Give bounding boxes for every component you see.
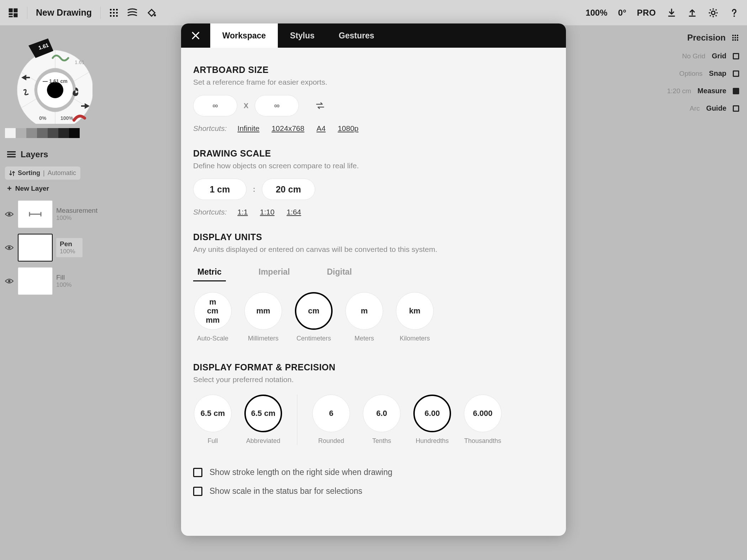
tab-workspace[interactable]: Workspace — [210, 23, 278, 48]
layers-menu-icon[interactable] — [7, 151, 16, 158]
layer-row-fill[interactable]: Fill100% — [5, 264, 101, 298]
layer-row-pen[interactable]: Pen100% — [5, 231, 101, 264]
precision-toggle-box[interactable] — [733, 53, 739, 59]
layer-name: Fill — [56, 274, 71, 281]
artboard-shortcut-1024x768[interactable]: 1024x768 — [271, 124, 304, 133]
artboard-width-input[interactable]: ∞ — [193, 95, 237, 116]
artboard-shortcut-a4[interactable]: A4 — [317, 124, 326, 133]
unit-option-kilometers[interactable]: kmKilometers — [395, 292, 434, 342]
check-scale-status[interactable]: Show scale in the status bar for selecti… — [193, 486, 554, 496]
brush-radial-menu[interactable]: 1.61 1.61 3.85 1.61 cm 0% 100% — [7, 31, 92, 124]
precision-row-snap[interactable]: OptionsSnap — [679, 69, 739, 78]
brush-color-core[interactable] — [37, 72, 73, 108]
artboard-desc: Set a reference frame for easier exports… — [193, 78, 554, 86]
svg-point-25 — [8, 247, 11, 249]
precision-toggle-box[interactable] — [733, 70, 739, 77]
unit-tab-imperial[interactable]: Imperial — [254, 264, 294, 281]
precision-row-guide[interactable]: ArcGuide — [690, 104, 739, 112]
layer-thumb[interactable] — [18, 200, 53, 228]
notation-option-abbreviated[interactable]: 6.5 cmAbbreviated — [244, 395, 283, 445]
svg-point-34 — [735, 39, 736, 41]
units-desc: Any units displayed or entered on canvas… — [193, 245, 554, 254]
precision-title[interactable]: Precision — [687, 33, 726, 43]
brush-opacity-min: 0% — [39, 115, 46, 121]
eye-icon[interactable] — [5, 244, 14, 251]
settings-tabs: Workspace Stylus Gestures — [181, 23, 566, 48]
precision-row-grid[interactable]: No GridGrid — [682, 52, 739, 60]
scale-shortcuts-label: Shortcuts: — [193, 208, 227, 216]
unit-circle: mm — [244, 292, 282, 330]
unit-tab-digital[interactable]: Digital — [323, 264, 356, 281]
precision-row-measure[interactable]: 1:20 cmMeasure — [667, 87, 739, 95]
unit-option-auto-scale[interactable]: mcmmmAuto-Scale — [193, 292, 232, 342]
format-desc: Select your preferred notation. — [193, 375, 554, 384]
swatch-4[interactable] — [48, 128, 58, 138]
color-swatches[interactable] — [5, 128, 80, 138]
unit-tab-metric[interactable]: Metric — [193, 264, 226, 281]
artboard-height-input[interactable]: ∞ — [255, 95, 299, 116]
unit-option-centimeters[interactable]: cmCentimeters — [294, 292, 333, 342]
layer-row-measurement[interactable]: Measurement100% — [5, 197, 101, 231]
unit-caption: Kilometers — [399, 335, 430, 342]
precision-caption: Rounded — [318, 437, 344, 445]
artboard-shortcut-infinite[interactable]: Infinite — [238, 124, 260, 133]
swatch-1[interactable] — [16, 128, 26, 138]
precision-row-label: Snap — [709, 69, 726, 78]
svg-point-28 — [735, 35, 736, 36]
precision-row-muted: No Grid — [682, 52, 705, 60]
scale-left-input[interactable]: 1 cm — [193, 179, 247, 200]
scale-desc: Define how objects on screen compare to … — [193, 162, 554, 170]
drag-grid-icon[interactable] — [731, 34, 739, 42]
svg-rect-23 — [7, 156, 16, 158]
svg-point-31 — [735, 37, 736, 38]
artboard-shortcuts-label: Shortcuts: — [193, 124, 227, 133]
tab-gestures[interactable]: Gestures — [327, 23, 386, 48]
precision-option-thousandths[interactable]: 6.000Thousandths — [463, 395, 502, 445]
precision-row-label: Grid — [712, 52, 726, 60]
precision-caption: Thousandths — [464, 437, 501, 445]
svg-text:1.61: 1.61 — [75, 59, 84, 65]
unit-caption: Meters — [354, 335, 374, 342]
svg-point-35 — [737, 39, 738, 41]
tab-stylus[interactable]: Stylus — [278, 23, 327, 48]
unit-circle: m — [345, 292, 383, 330]
precision-toggle-box[interactable] — [733, 105, 739, 112]
layers-sorting-pill[interactable]: Sorting | Automatic — [5, 167, 80, 180]
new-layer-button[interactable]: + New Layer — [5, 180, 101, 197]
precision-option-rounded[interactable]: 6Rounded — [312, 395, 351, 445]
check-stroke-length[interactable]: Show stroke length on the right side whe… — [193, 467, 554, 477]
notation-option-full[interactable]: 6.5 cmFull — [193, 395, 232, 445]
swatch-0[interactable] — [5, 128, 16, 138]
precision-circle: 6.0 — [363, 395, 401, 432]
precision-option-hundredths[interactable]: 6.00Hundredths — [413, 395, 452, 445]
layer-thumb[interactable] — [18, 267, 53, 295]
precision-circle: 6 — [312, 395, 350, 432]
precision-option-tenths[interactable]: 6.0Tenths — [362, 395, 401, 445]
swatch-2[interactable] — [26, 128, 37, 138]
notation-caption: Full — [207, 437, 218, 445]
swatch-6[interactable] — [69, 128, 80, 138]
unit-circle: cm — [295, 292, 333, 330]
scale-right-input[interactable]: 20 cm — [262, 179, 315, 200]
precision-row-muted: 1:20 cm — [667, 87, 691, 95]
artboard-shortcut-1080p[interactable]: 1080p — [338, 124, 358, 133]
notation-circle: 6.5 cm — [194, 395, 232, 432]
swap-orientation-icon[interactable] — [315, 101, 325, 110]
close-button[interactable] — [181, 23, 210, 48]
svg-point-29 — [737, 35, 738, 36]
unit-option-millimeters[interactable]: mmMillimeters — [244, 292, 283, 342]
scale-shortcut-1-1[interactable]: 1:1 — [238, 208, 248, 216]
precision-caption: Hundredths — [415, 437, 449, 445]
swatch-3[interactable] — [37, 128, 48, 138]
artboard-x-sep: X — [244, 102, 248, 110]
precision-circle: 6.000 — [464, 395, 502, 432]
unit-option-meters[interactable]: mMeters — [345, 292, 384, 342]
precision-row-label: Guide — [706, 104, 726, 112]
precision-toggle-box[interactable] — [733, 88, 739, 94]
eye-icon[interactable] — [5, 278, 14, 284]
scale-shortcut-1-10[interactable]: 1:10 — [260, 208, 275, 216]
layer-thumb[interactable] — [18, 234, 53, 261]
scale-shortcut-1-64[interactable]: 1:64 — [287, 208, 301, 216]
eye-icon[interactable] — [5, 211, 14, 217]
swatch-5[interactable] — [58, 128, 69, 138]
